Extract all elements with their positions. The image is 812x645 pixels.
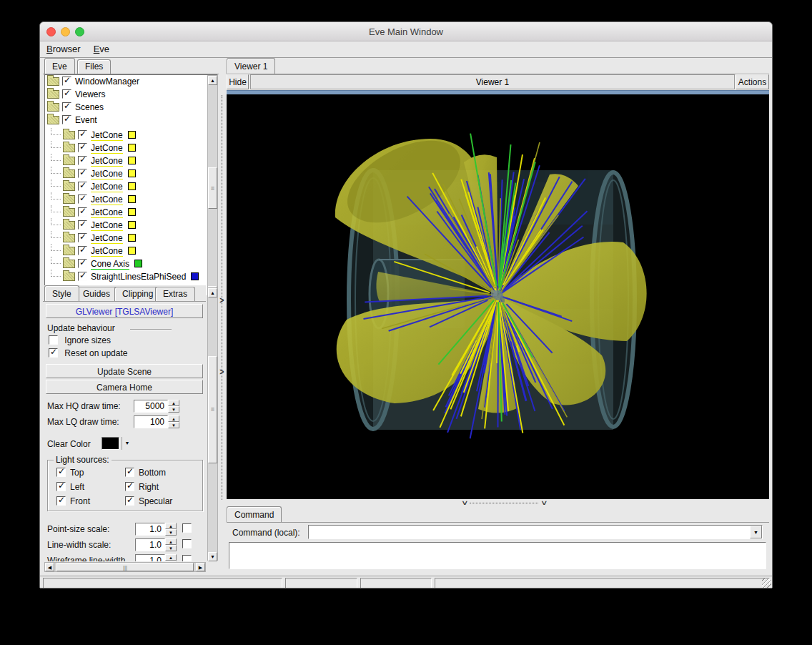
spin-down-icon[interactable]: ▼ [165, 529, 177, 536]
scale-input[interactable]: 1.0 [135, 554, 165, 561]
light-checkbox[interactable]: ✓ [56, 468, 66, 477]
tree-item[interactable]: ✓Viewers [45, 88, 217, 101]
spin-up-icon[interactable]: ▲ [168, 400, 179, 406]
titlebar[interactable]: Eve Main Window [40, 22, 772, 41]
tab-clipping[interactable]: Clipping [114, 287, 161, 301]
scene-tree[interactable]: ✓WindowManager✓Viewers✓Scenes✓Event✓JetC… [44, 74, 218, 295]
visibility-checkbox[interactable]: ✓ [78, 246, 87, 255]
visibility-checkbox[interactable]: ✓ [78, 207, 87, 217]
color-dropdown-arrow-icon[interactable]: ▼ [122, 437, 132, 450]
spin-down-icon[interactable]: ▼ [168, 406, 179, 413]
spin-up-icon[interactable]: ▲ [165, 554, 177, 561]
tab-style[interactable]: Style [44, 285, 79, 301]
tree-scroll-thumb[interactable]: ≡ [208, 167, 217, 209]
visibility-checkbox[interactable]: ✓ [62, 89, 71, 99]
combo-dropdown-icon[interactable]: ▼ [750, 526, 762, 538]
tree-item[interactable]: ✓JetCone [45, 204, 217, 217]
scroll-left-icon[interactable]: ◀ [45, 563, 54, 571]
visibility-checkbox[interactable]: ✓ [78, 195, 87, 204]
command-input[interactable]: ▼ [308, 525, 763, 539]
visibility-checkbox[interactable]: ✓ [78, 143, 87, 152]
spin-up-icon[interactable]: ▲ [168, 415, 179, 422]
tree-item[interactable]: ✓Cone Axis [45, 255, 217, 268]
editor-hscrollbar[interactable]: ◀ ▶ ||| [44, 562, 206, 572]
spin-up-icon[interactable]: ▲ [165, 538, 177, 545]
light-checkbox[interactable]: ✓ [56, 496, 66, 506]
resize-grip-icon[interactable] [762, 578, 771, 588]
light-checkbox[interactable]: ✓ [125, 482, 134, 491]
visibility-checkbox[interactable]: ✓ [62, 115, 71, 124]
actions-button[interactable]: Actions [736, 74, 769, 89]
editor-scrollbar[interactable]: ▲ ≡ ▼ [207, 287, 218, 561]
light-checkbox[interactable]: ✓ [56, 482, 66, 491]
tab-files[interactable]: Files [77, 59, 111, 74]
visibility-checkbox[interactable]: ✓ [78, 130, 87, 139]
color-swatch[interactable] [128, 208, 136, 216]
scroll-up-icon[interactable]: ▲ [208, 76, 217, 85]
clear-color-swatch[interactable] [102, 437, 119, 450]
hide-button[interactable]: Hide [227, 74, 249, 89]
light-checkbox[interactable]: ✓ [125, 496, 134, 506]
tab-eve[interactable]: Eve [44, 58, 75, 74]
scroll-down-icon[interactable]: ▼ [208, 552, 217, 561]
panel-splitter[interactable]: ∨ ∨ [219, 58, 227, 573]
spin-up-icon[interactable]: ▲ [165, 523, 177, 529]
hscroll-thumb[interactable]: ||| [56, 563, 194, 571]
spin-down-icon[interactable]: ▼ [168, 422, 179, 428]
tree-item[interactable]: ✓JetCone [45, 242, 217, 255]
tree-item[interactable]: ✓JetCone [45, 230, 217, 242]
update-scene-button[interactable]: Update Scene [46, 364, 203, 378]
scale-input[interactable]: 1.0 [135, 523, 165, 536]
color-swatch[interactable] [128, 234, 136, 242]
tab-viewer-1[interactable]: Viewer 1 [227, 58, 275, 74]
spin-down-icon[interactable]: ▼ [165, 561, 177, 561]
command-output[interactable] [229, 542, 766, 569]
tree-item[interactable]: ✓WindowManager [45, 75, 217, 88]
menu-browser[interactable]: Browser [40, 41, 87, 57]
tree-item[interactable]: ✓JetCone [45, 217, 217, 230]
reset-on-update-checkbox[interactable]: ✓ [49, 348, 58, 358]
visibility-checkbox[interactable]: ✓ [62, 77, 71, 86]
tree-item[interactable]: ✓JetCone [45, 152, 217, 165]
tree-item[interactable]: ✓StraightLinesEtaPhiSeed [45, 268, 217, 281]
visibility-checkbox[interactable]: ✓ [78, 272, 87, 281]
color-swatch[interactable] [128, 144, 136, 152]
tab-extras[interactable]: Extras [155, 287, 195, 301]
tree-item[interactable]: ✓Event [45, 114, 217, 127]
scale-checkbox[interactable]: ✓ [182, 539, 192, 548]
tree-item-label[interactable]: Viewers [75, 90, 105, 99]
tree-item[interactable]: ✓JetCone [45, 139, 217, 152]
ignore-sizes-checkbox[interactable]: ✓ [49, 335, 58, 345]
tree-item[interactable]: ✓JetCone [45, 127, 217, 139]
color-swatch[interactable] [128, 195, 136, 203]
menu-eve[interactable]: Eve [87, 41, 116, 57]
visibility-checkbox[interactable]: ✓ [78, 220, 87, 230]
tree-item[interactable]: ✓Scenes [45, 101, 217, 114]
tree-item[interactable]: ✓JetCone [45, 178, 217, 191]
color-swatch[interactable] [128, 247, 136, 255]
scroll-up-icon[interactable]: ▲ [208, 288, 217, 297]
color-swatch[interactable] [128, 221, 136, 229]
viewer-command-splitter[interactable]: ∨ ∨ [227, 501, 769, 506]
glviewer-header-button[interactable]: GLViewer [TGLSAViewer] [46, 304, 203, 318]
visibility-checkbox[interactable]: ✓ [78, 156, 87, 165]
camera-home-button[interactable]: Camera Home [46, 380, 203, 394]
tree-item-label[interactable]: Scenes [75, 103, 104, 112]
visibility-checkbox[interactable]: ✓ [78, 233, 87, 242]
scale-input[interactable]: 1.0 [135, 538, 165, 551]
scale-checkbox[interactable]: ✓ [182, 523, 192, 533]
tree-item[interactable]: ✓JetCone [45, 165, 217, 178]
color-swatch[interactable] [128, 182, 136, 190]
scroll-right-icon[interactable]: ▶ [196, 563, 205, 571]
visibility-checkbox[interactable]: ✓ [78, 259, 87, 268]
visibility-checkbox[interactable]: ✓ [62, 102, 71, 112]
gl-viewport[interactable] [227, 94, 769, 499]
color-swatch[interactable] [128, 169, 136, 177]
color-swatch[interactable] [134, 260, 142, 267]
spin-down-icon[interactable]: ▼ [165, 545, 177, 551]
tab-guides[interactable]: Guides [75, 287, 118, 301]
tree-item-label[interactable]: Event [75, 116, 97, 125]
scale-checkbox[interactable]: ✓ [182, 555, 192, 561]
tree-item-label[interactable]: WindowManager [75, 77, 139, 87]
tab-command[interactable]: Command [227, 506, 282, 522]
